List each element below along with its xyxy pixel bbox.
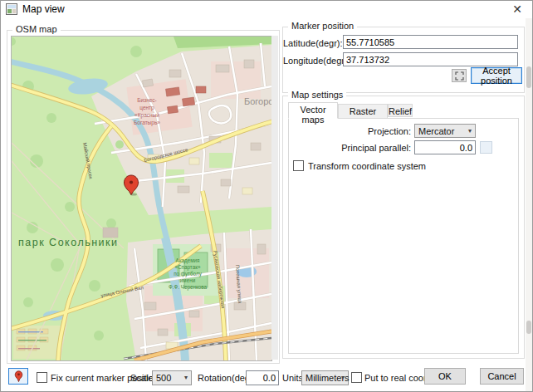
scale-value: 500 (156, 373, 171, 383)
app-icon (6, 3, 17, 15)
tab-relief[interactable]: Relief (388, 104, 413, 117)
chevron-down-icon: ▾ (468, 126, 472, 134)
svg-text:Бизнес-: Бизнес- (137, 97, 157, 103)
svg-text:«Красный: «Красный (134, 112, 159, 119)
svg-text:центр: центр (139, 105, 154, 111)
svg-text:Ф.Ф. Черенкова: Ф.Ф. Черенкова (169, 284, 208, 291)
osm-map-group-label: OSM map (12, 24, 61, 34)
marker-position-group-label: Marker position (288, 21, 357, 31)
principal-parallel-field[interactable] (414, 140, 476, 154)
principal-parallel-side-button[interactable] (480, 141, 492, 154)
chevron-down-icon: ▾ (184, 374, 188, 381)
longitude-label: Longitude(degr): (283, 56, 340, 66)
projection-value: Mercator (418, 126, 454, 136)
tab-vector-maps[interactable]: Vector maps (288, 102, 338, 119)
cancel-button[interactable]: Cancel (480, 368, 524, 385)
map-image: парк Сокольники Богородское Бизнес- цент… (12, 37, 271, 360)
latitude-field[interactable] (343, 35, 518, 49)
map-label-business-center: Бизнес- центр «Красный Богатырь» (134, 97, 160, 126)
tab-raster-maps[interactable]: Raster maps (338, 104, 388, 119)
principal-parallel-label: Principal parallel: (289, 143, 411, 153)
center-on-marker-icon (455, 71, 464, 81)
fix-marker-checkbox[interactable] (37, 372, 47, 383)
map-label-district: Богородское (244, 96, 271, 106)
window-title: Map view (22, 3, 65, 15)
rotation-field[interactable] (246, 370, 279, 385)
svg-text:по футболу: по футболу (174, 271, 202, 277)
svg-text:имени: имени (180, 277, 196, 283)
units-select[interactable]: Millimeters ▾ (301, 370, 349, 385)
marker-position-group: Marker position Latitude(degr): Longitud… (282, 27, 525, 93)
center-on-marker-button[interactable] (452, 69, 467, 82)
map-settings-group: Map settings Vector maps Raster maps Rel… (282, 96, 525, 359)
svg-text:«Спартак»: «Спартак» (175, 264, 201, 271)
marker-tool-button[interactable] (8, 368, 28, 385)
map-label-park: парк Сокольники (18, 237, 119, 248)
osm-map-canvas[interactable]: парк Сокольники Богородское Бизнес- цент… (11, 36, 272, 361)
transform-coordinate-checkbox[interactable] (293, 160, 304, 171)
chevron-down-icon: ▾ (341, 374, 345, 381)
latitude-label: Latitude(degr): (283, 38, 340, 48)
longitude-field[interactable] (343, 52, 518, 66)
marker-pin-icon (14, 370, 23, 383)
put-real-coordinates-checkbox[interactable] (351, 372, 362, 383)
svg-text:Богатырь»: Богатырь» (134, 120, 160, 126)
scrollbar-thumb[interactable] (526, 66, 531, 88)
scale-select[interactable]: 500 ▾ (152, 370, 192, 385)
osm-map-group: OSM map (7, 30, 280, 364)
vector-maps-panel: Projection: Mercator ▾ Principal paralle… (288, 118, 519, 354)
title-bar: Map view ✕ (0, 0, 533, 18)
ok-button[interactable]: OK (424, 368, 466, 385)
map-side-gutter (271, 36, 278, 360)
map-settings-group-label: Map settings (288, 90, 346, 100)
projection-label: Projection: (289, 126, 411, 136)
close-icon[interactable]: ✕ (506, 1, 528, 17)
transform-coordinate-label: Transform coordinate system (308, 161, 426, 171)
svg-text:Академия: Академия (175, 257, 199, 264)
projection-select[interactable]: Mercator ▾ (414, 124, 476, 138)
scrollbar-thumb[interactable] (526, 321, 531, 334)
accept-position-button[interactable]: Accept position (471, 67, 522, 84)
